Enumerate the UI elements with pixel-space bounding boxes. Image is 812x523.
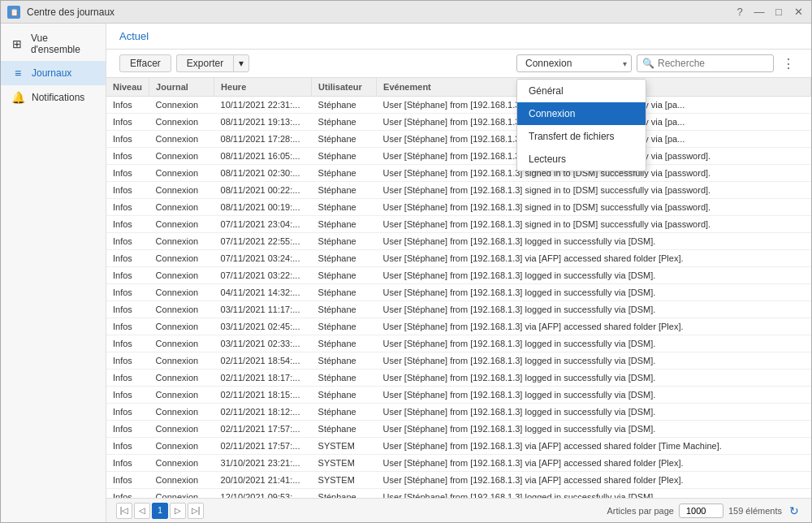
table-row: Infos Connexion 02/11/2021 17:57:... SYS… [106,438,811,455]
table-row: Infos Connexion 02/11/2021 18:12:... Sté… [106,404,811,421]
cell-heure: 08/11/2021 00:22:... [214,182,312,199]
cell-niveau: Infos [106,114,149,131]
help-button[interactable]: ? [733,6,746,19]
cell-heure: 08/11/2021 19:13:... [214,114,312,131]
filter-dropdown-popup: Général Connexion Transfert de fichiers … [516,79,646,171]
cell-event: User [Stéphane] from [192.168.1.3] via [… [377,318,811,335]
sidebar-item-journaux[interactable]: ≡ Journaux [1,61,106,85]
cell-niveau: Infos [106,199,149,216]
first-page-button[interactable]: |◁ [116,503,132,519]
cell-user: Stéphane [312,301,377,318]
cell-journal: Connexion [149,250,214,267]
last-page-button[interactable]: ▷| [188,503,204,519]
cell-journal: Connexion [149,370,214,387]
main-header: Actuel [106,24,811,50]
cell-user: Stéphane [312,165,377,182]
cell-event: User [Stéphane] from [192.168.1.3] via [… [377,250,811,267]
cell-event: User [Stéphane] from [192.168.1.3] logge… [377,404,811,421]
cell-journal: Connexion [149,97,214,114]
cell-journal: Connexion [149,489,214,499]
cell-event: User [Stéphane] from [192.168.1.3] logge… [377,421,811,438]
grid-icon: ⊞ [11,37,24,50]
cell-user: Stéphane [312,216,377,233]
sidebar-label-vue-ensemble: Vue d'ensemble [31,32,96,55]
cell-journal: Connexion [149,216,214,233]
cell-heure: 02/11/2021 18:54:... [214,352,312,370]
connection-filter-wrapper: Général Connexion Transfert de fichiers … [516,54,632,72]
cell-event: User [Stéphane] from [192.168.1.3] via [… [377,472,811,489]
sidebar-item-notifications[interactable]: 🔔 Notifications [1,85,106,110]
sidebar-label-journaux: Journaux [32,67,71,79]
cell-heure: 08/11/2021 00:19:... [214,199,312,216]
items-per-page-wrapper: 100 500 1000 [679,504,723,518]
cell-journal: Connexion [149,455,214,472]
cell-heure: 10/11/2021 22:31:... [214,97,312,114]
more-options-button[interactable]: ⋮ [779,56,798,71]
cell-user: Stéphane [312,370,377,387]
table-row: Infos Connexion 08/11/2021 00:19:... Sté… [106,199,811,216]
cell-heure: 02/11/2021 18:15:... [214,387,312,404]
cell-heure: 07/11/2021 23:04:... [214,216,312,233]
cell-journal: Connexion [149,131,214,148]
cell-niveau: Infos [106,370,149,387]
connection-filter-select[interactable]: Général Connexion Transfert de fichiers … [516,54,632,72]
minimize-button[interactable]: — [753,6,766,19]
cell-journal: Connexion [149,404,214,421]
cell-user: Stéphane [312,489,377,499]
cell-niveau: Infos [106,97,149,114]
window-controls: ? — □ ✕ [733,6,805,19]
col-header-journal: Journal [149,78,214,97]
cell-user: SYSTEM [312,455,377,472]
cell-niveau: Infos [106,455,149,472]
cell-user: Stéphane [312,148,377,165]
close-button[interactable]: ✕ [792,6,805,19]
cell-niveau: Infos [106,182,149,199]
cell-user: Stéphane [312,421,377,438]
table-row: Infos Connexion 08/11/2021 17:28:... Sté… [106,131,811,148]
cell-event: User [Stéphane] from [192.168.1.3] signe… [377,182,811,199]
toolbar: Effacer Exporter ▾ Général Connexion Tra… [106,50,811,78]
items-per-page-select[interactable]: 100 500 1000 [679,504,723,518]
cell-journal: Connexion [149,438,214,455]
prev-page-button[interactable]: ◁ [134,503,150,519]
dropdown-option-transfert[interactable]: Transfert de fichiers [517,125,646,148]
page-1-button[interactable]: 1 [152,503,168,519]
cell-journal: Connexion [149,472,214,489]
next-page-button[interactable]: ▷ [170,503,186,519]
filter-dropdown-area: Général Connexion Transfert de fichiers … [516,54,632,72]
cell-heure: 12/10/2021 09:53:... [214,489,312,499]
dropdown-option-lecteurs[interactable]: Lecteurs [517,148,646,171]
table-row: Infos Connexion 02/11/2021 18:54:... Sté… [106,352,811,370]
search-input[interactable] [654,55,768,71]
app-icon: 📋 [7,6,20,19]
cell-niveau: Infos [106,387,149,404]
exporter-button[interactable]: Exporter [176,54,233,72]
sidebar-label-notifications: Notifications [32,92,84,103]
cell-niveau: Infos [106,267,149,284]
effacer-button[interactable]: Effacer [119,54,171,72]
table-row: Infos Connexion 08/11/2021 00:22:... Sté… [106,182,811,199]
refresh-button[interactable]: ↻ [787,504,801,518]
exporter-dropdown-button[interactable]: ▾ [233,54,249,72]
cell-event: User [Stéphane] from [192.168.1.3] logge… [377,284,811,301]
dropdown-option-general[interactable]: Général [517,80,646,102]
pagination: |◁ ◁ 1 ▷ ▷| [116,503,204,519]
table-body: Infos Connexion 10/11/2021 22:31:... Sté… [106,97,811,499]
table-row: Infos Connexion 07/11/2021 22:55:... Sté… [106,233,811,250]
table-row: Infos Connexion 07/11/2021 03:24:... Sté… [106,250,811,267]
cell-event: User [Stéphane] from [192.168.1.3] logge… [377,387,811,404]
cell-journal: Connexion [149,199,214,216]
cell-niveau: Infos [106,438,149,455]
cell-event: User [Stéphane] from [192.168.1.3] logge… [377,233,811,250]
cell-niveau: Infos [106,318,149,335]
maximize-button[interactable]: □ [772,6,785,19]
table-row: Infos Connexion 02/11/2021 18:15:... Sté… [106,387,811,404]
cell-heure: 02/11/2021 17:57:... [214,421,312,438]
cell-event: User [Stéphane] from [192.168.1.3] via [… [377,438,811,455]
cell-journal: Connexion [149,148,214,165]
sidebar-item-vue-ensemble[interactable]: ⊞ Vue d'ensemble [1,27,106,61]
dropdown-option-connexion[interactable]: Connexion [517,102,646,125]
total-items-label: 159 éléments [728,506,782,516]
search-box: 🔍 [637,54,774,72]
cell-event: User [Stéphane] from [192.168.1.3] logge… [377,301,811,318]
